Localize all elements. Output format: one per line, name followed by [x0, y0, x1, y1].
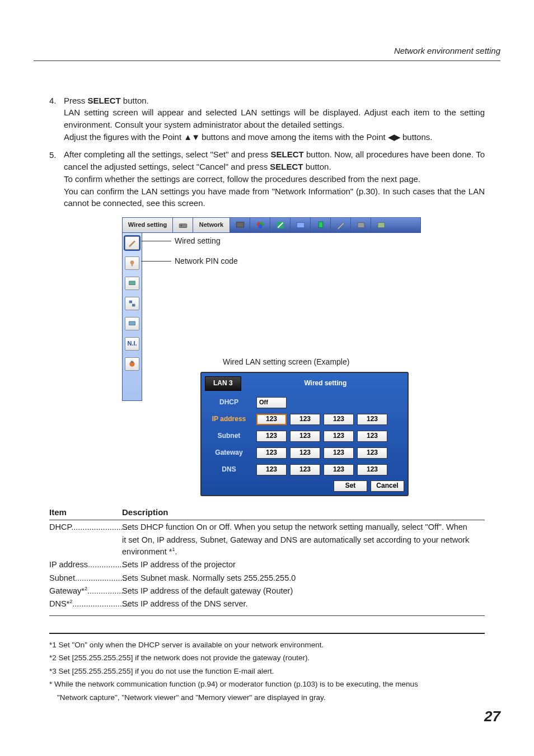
label-gateway: Gateway	[205, 448, 253, 458]
paragraph: LAN setting screen will appear and selec…	[64, 106, 485, 131]
ip-octet[interactable]: 123	[290, 414, 320, 425]
desc-subnet: Sets Subnet mask. Normally sets 255.255.…	[122, 572, 485, 584]
step-4: 4. Press SELECT button. LAN setting scre…	[49, 95, 485, 143]
subnet-octet[interactable]: 123	[324, 431, 354, 442]
svg-rect-8	[297, 223, 305, 228]
dots: .................	[88, 560, 127, 569]
network-icon	[376, 220, 386, 230]
tab-network[interactable]: Network	[193, 218, 230, 232]
tab-icon[interactable]	[250, 218, 270, 232]
info-icon	[356, 220, 366, 230]
item-dns: DNS*	[49, 599, 69, 608]
svg-rect-16	[132, 304, 135, 307]
desc-dns: Sets IP address of the DNS server.	[122, 598, 485, 610]
desc-dhcp-1: Sets DHCP function On or Off. When you s…	[122, 521, 485, 533]
dns-octet[interactable]: 123	[256, 464, 287, 475]
item-subnet: Subnet	[49, 573, 75, 582]
desc-gateway: Sets IP address of the default gateway (…	[122, 585, 485, 597]
svg-rect-2	[236, 222, 244, 227]
tab-icon[interactable]	[230, 218, 250, 232]
text: After completing all the settings, selec…	[64, 150, 270, 159]
lamp-icon	[316, 220, 326, 230]
subnet-octet[interactable]: 123	[256, 431, 287, 442]
gateway-octet[interactable]: 123	[324, 447, 354, 459]
ip-octet[interactable]: 123	[324, 414, 354, 425]
svg-text:N: N	[131, 360, 133, 363]
select-word: SELECT	[270, 150, 303, 159]
ip-octet[interactable]: 123	[256, 414, 287, 425]
gateway-octet[interactable]: 123	[357, 447, 387, 459]
text: button.	[121, 96, 149, 105]
svg-rect-0	[179, 224, 187, 228]
sidebar-icon[interactable]	[125, 317, 139, 330]
callout-wired: Wired setting	[175, 235, 221, 246]
dns-octet[interactable]: 123	[290, 464, 320, 475]
sidebar-pin-code-icon[interactable]	[125, 256, 139, 270]
svg-rect-11	[378, 223, 385, 228]
tab-icon[interactable]	[371, 218, 391, 232]
page-number: 27	[34, 706, 500, 727]
screen-icon	[296, 220, 306, 230]
dots: ..........................	[71, 522, 130, 531]
footnote-1: *1 Set "On" only when the DHCP server is…	[49, 640, 485, 651]
tab-icon[interactable]	[351, 218, 371, 232]
description-table: Item Description DHCP...................…	[49, 506, 485, 616]
svg-rect-14	[129, 281, 135, 285]
step-5: 5. After completing all the settings, se…	[49, 149, 485, 210]
ip-octet[interactable]: 123	[357, 414, 387, 425]
sidebar-ni-icon[interactable]: N.I.	[125, 337, 139, 351]
tab-icon[interactable]	[173, 218, 193, 232]
desc-dhcp-3: .	[175, 547, 177, 556]
label-subnet: Subnet	[205, 431, 253, 441]
col-description: Description	[122, 506, 168, 519]
dots: .................	[87, 586, 126, 595]
col-item: Item	[49, 506, 122, 519]
sidebar-wired-setting-icon[interactable]	[125, 236, 139, 250]
arrows-up-down-icon: ▲▼	[184, 132, 199, 142]
gateway-octet[interactable]: 123	[256, 447, 287, 459]
section-title: Network environment setting	[394, 46, 500, 55]
top-menubar: Wired setting Network	[122, 217, 421, 233]
svg-point-1	[180, 225, 182, 226]
footnotes: *1 Set "On" only when the DHCP server is…	[49, 633, 485, 703]
set-button[interactable]: Set	[334, 480, 367, 492]
tab-icon[interactable]	[291, 218, 311, 232]
svg-rect-13	[132, 264, 133, 267]
tab-icon[interactable]	[331, 218, 351, 232]
text: Adjust the figures with the Point	[64, 132, 184, 142]
dns-octet[interactable]: 123	[324, 464, 354, 475]
label-dns: DNS	[205, 465, 253, 474]
tab-wired-setting[interactable]: Wired setting	[123, 218, 173, 232]
sidebar-icon[interactable]	[125, 297, 139, 310]
projector-icon	[178, 220, 188, 230]
text: button.	[303, 162, 331, 171]
svg-rect-17	[129, 321, 135, 325]
text: Press	[64, 96, 88, 105]
display-icon	[235, 220, 245, 230]
svg-point-6	[258, 225, 263, 229]
text: buttons and move among the items with th…	[199, 132, 388, 142]
tab-icon[interactable]	[270, 218, 291, 232]
item-dhcp: DHCP	[49, 522, 71, 531]
select-word: SELECT	[88, 96, 121, 105]
tab-icon[interactable]	[311, 218, 331, 232]
sidebar-icon[interactable]	[125, 277, 139, 290]
sidebar-icon[interactable]: N	[125, 357, 139, 371]
left-sidebar: N.I. N	[122, 233, 142, 401]
subnet-octet[interactable]: 123	[357, 431, 387, 442]
arrows-left-right-icon: ◀▶	[388, 132, 400, 142]
label-ip: IP address	[205, 414, 253, 424]
cancel-button[interactable]: Cancel	[371, 480, 404, 492]
footnote-3: *3 Set [255.255.255.255] if you do not u…	[49, 666, 485, 677]
menu-ui-mock: Wired setting Network N.I. N	[122, 217, 421, 401]
gateway-octet[interactable]: 123	[290, 447, 320, 459]
color-icon	[255, 220, 265, 230]
dns-octet[interactable]: 123	[357, 464, 387, 475]
select-word: SELECT	[270, 162, 303, 171]
paragraph: You can confirm the LAN settings you hav…	[64, 185, 485, 210]
text: buttons.	[400, 132, 433, 142]
subnet-octet[interactable]: 123	[290, 431, 320, 442]
callout-pin: Network PIN code	[175, 255, 238, 267]
paragraph: To confirm whether the settings are corr…	[64, 173, 485, 185]
desc-ip: Sets IP address of the projector	[122, 559, 485, 571]
